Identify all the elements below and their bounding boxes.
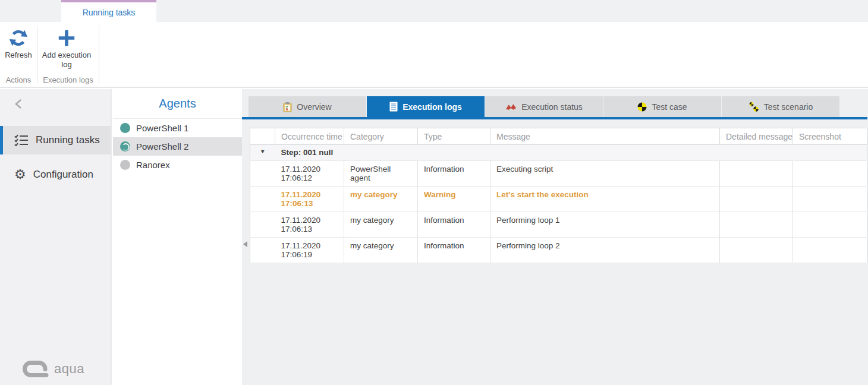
cell-category: my category [344, 212, 418, 238]
chevron-left-icon [14, 99, 25, 109]
cell-screenshot [793, 161, 867, 187]
cell-detailed-message [720, 212, 793, 238]
active-tab-underline [242, 117, 867, 119]
cell-type: Information [418, 238, 490, 263]
cell-screenshot [793, 187, 867, 212]
document-lines-icon [389, 102, 398, 112]
aqua-logo-icon [23, 359, 49, 379]
group-row-label: Step: 001 null [275, 145, 867, 161]
agent-name: PowerShell 2 [136, 141, 188, 152]
ribbon-tab-running-tasks[interactable]: Running tasks [61, 0, 156, 22]
cell-category: my category [344, 187, 418, 212]
cell-message: Let's start the execution [490, 187, 720, 212]
sidebar-item-label: Configuration [33, 169, 93, 181]
table-row[interactable]: 17.11.2020 17:06:13 my category Informat… [250, 212, 867, 238]
cell-message: Executing script [490, 161, 720, 187]
column-header-screenshot[interactable]: Screenshot [793, 128, 867, 145]
cell-detailed-message [720, 238, 793, 263]
add-execution-log-label: Add execution log [38, 51, 95, 70]
add-execution-log-button[interactable]: Add execution log [38, 28, 95, 70]
app-logo: aqua [23, 359, 84, 379]
sidebar-item-label: Running tasks [36, 134, 100, 146]
test-scenario-crash-dummy-icon [749, 102, 759, 112]
tab-label: Execution logs [402, 102, 462, 112]
tab-label: Overview [297, 102, 331, 112]
cell-type: Warning [418, 187, 490, 212]
cell-screenshot [793, 212, 867, 238]
ribbon: Refresh Add execution log Actions Execut… [0, 22, 868, 88]
ribbon-separator [99, 26, 99, 84]
column-header-category[interactable]: Category [344, 128, 418, 145]
cell-category: PowerShell agent [344, 161, 418, 187]
cell-message: Performing loop 1 [490, 212, 720, 238]
tab-label: Test case [652, 102, 687, 112]
content-tab-strip: Overview Execution logs Execution status [249, 96, 840, 117]
cell-detailed-message [720, 161, 793, 187]
execution-log-table: Occurrence time Category Type Message De… [250, 128, 867, 263]
column-header-occurrence-time[interactable]: Occurrence time [275, 128, 344, 145]
tab-test-scenario[interactable]: Test scenario [722, 96, 839, 117]
cell-type: Information [418, 212, 490, 238]
collapse-back-button[interactable] [14, 99, 25, 109]
app-logo-text: aqua [54, 361, 84, 377]
collapse-group-icon[interactable]: ▾ [250, 145, 275, 161]
cell-type: Information [418, 161, 490, 187]
status-activity-icon [505, 103, 517, 111]
clipboard-icon [283, 102, 292, 112]
cell-occurrence-time: 17.11.2020 17:06:13 [275, 187, 344, 212]
agent-item-powershell-2[interactable]: PowerShell 2 [113, 137, 242, 156]
group-row-step-001[interactable]: ▾ Step: 001 null [250, 145, 867, 161]
tab-label: Test scenario [764, 102, 813, 112]
main-content: Overview Execution logs Execution status [242, 89, 868, 385]
cell-message: Performing loop 2 [490, 238, 720, 263]
tab-test-case[interactable]: Test case [603, 96, 721, 117]
cell-screenshot [793, 238, 867, 263]
cell-occurrence-time: 17.11.2020 17:06:19 [275, 238, 344, 263]
tab-overview[interactable]: Overview [249, 96, 366, 117]
refresh-icon [8, 28, 29, 48]
task-list-icon [14, 134, 29, 146]
column-header-message[interactable]: Message [490, 128, 720, 145]
cell-occurrence-time: 17.11.2020 17:06:13 [275, 212, 344, 238]
agent-status-online-icon [120, 123, 130, 133]
cell-category: my category [344, 238, 418, 263]
table-header-row: Occurrence time Category Type Message De… [250, 128, 867, 145]
agent-name: Ranorex [136, 160, 170, 170]
ribbon-group-actions-label: Actions [0, 75, 37, 84]
test-case-crash-dummy-icon [637, 102, 647, 112]
column-header-type[interactable]: Type [418, 128, 490, 145]
table-row[interactable]: 17.11.2020 17:06:12 PowerShell agent Inf… [250, 161, 867, 187]
ribbon-group-execution-logs-label: Execution logs [37, 75, 99, 84]
expander-column-header [250, 128, 275, 145]
agents-panel-title: Agents [113, 89, 242, 119]
table-row-warning[interactable]: 17.11.2020 17:06:13 my category Warning … [250, 187, 867, 212]
agent-item-ranorex[interactable]: Ranorex [113, 156, 242, 174]
cell-occurrence-time: 17.11.2020 17:06:12 [275, 161, 344, 187]
refresh-label: Refresh [5, 51, 32, 60]
sidebar-item-running-tasks[interactable]: Running tasks [0, 126, 111, 154]
tab-execution-logs[interactable]: Execution logs [367, 96, 485, 117]
agent-status-offline-icon [120, 160, 130, 170]
plus-icon [56, 28, 77, 48]
column-header-detailed-message[interactable]: Detailed message [720, 128, 793, 145]
agents-panel: Agents PowerShell 1 PowerShell 2 Ranorex [113, 89, 242, 385]
agent-item-powershell-1[interactable]: PowerShell 1 [113, 119, 242, 137]
tab-execution-status[interactable]: Execution status [485, 96, 603, 117]
gear-icon: ⚙ [14, 168, 26, 181]
table-row[interactable]: 17.11.2020 17:06:19 my category Informat… [250, 238, 867, 263]
sidebar-item-configuration[interactable]: ⚙ Configuration [0, 160, 111, 189]
agent-status-busy-spinner-icon [120, 141, 130, 152]
tab-label: Execution status [521, 102, 583, 112]
cell-detailed-message [720, 187, 793, 212]
sidebar: Running tasks ⚙ Configuration aqua [0, 89, 112, 385]
agent-name: PowerShell 1 [136, 123, 188, 133]
refresh-button[interactable]: Refresh [1, 28, 36, 60]
splitter-collapse-icon[interactable] [243, 241, 247, 247]
ribbon-tab-strip: Main Running tasks [0, 0, 868, 22]
